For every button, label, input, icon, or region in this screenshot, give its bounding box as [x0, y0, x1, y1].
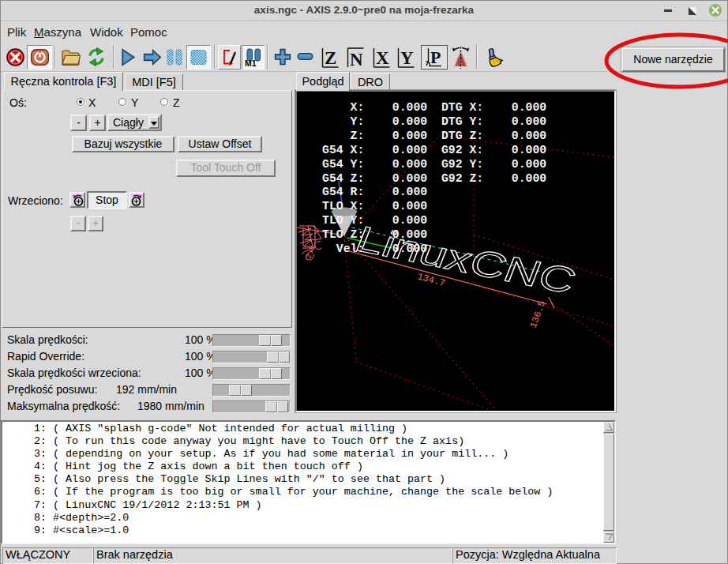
svg-text:X: X — [376, 48, 389, 68]
svg-text:Z: Z — [325, 48, 336, 68]
svg-text:136.5: 136.5 — [528, 299, 548, 330]
svg-text:Y: Y — [400, 48, 414, 68]
svg-text:P: P — [430, 47, 441, 67]
svg-text:M1: M1 — [245, 58, 257, 67]
svg-text:N: N — [350, 50, 363, 69]
svg-text:2.8: 2.8 — [305, 245, 317, 260]
